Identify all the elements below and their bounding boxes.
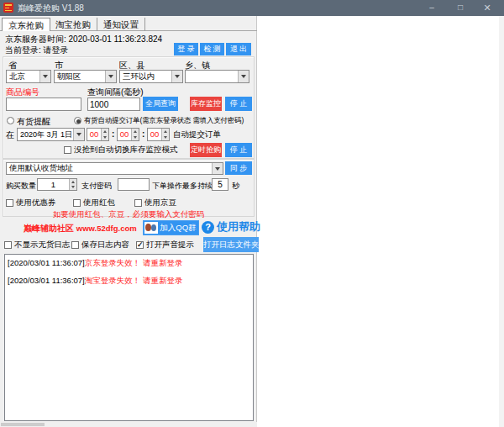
spin-down-icon[interactable] [102, 134, 108, 140]
help-link[interactable]: 使用帮助 [217, 219, 260, 235]
current-login-label: 当前登录: [5, 45, 41, 55]
title-bar: 巅峰爱抢购 V1.88 – □ ✕ [0, 0, 504, 16]
minute-stepper[interactable]: 00 [117, 128, 139, 141]
window-right-edge [499, 16, 504, 427]
schedule-at-label: 在 [6, 129, 14, 141]
server-time-line: 京东服务器时间: 2020-03-01 11:36:23.824 [5, 34, 162, 45]
checkbox-box [6, 199, 13, 207]
community-url: www.52dfg.com [76, 224, 137, 233]
community-link[interactable]: 巅峰辅助社区 www.52dfg.com [24, 223, 137, 235]
close-icon[interactable]: ✕ [477, 0, 497, 16]
empty-page-area [257, 16, 499, 427]
sku-label: 商品编号 [6, 87, 39, 98]
spin-down-icon[interactable] [70, 185, 76, 191]
password-label: 支付密码 [81, 181, 112, 192]
quantity-label: 购买数量 [6, 181, 36, 192]
second-stepper[interactable]: 00 [147, 128, 170, 141]
tab-jd-rush[interactable]: 京东抢购 [2, 18, 50, 31]
chevron-down-icon [105, 71, 116, 82]
checkbox-fallback-monitor[interactable]: 没抢到自动切换库存监控模式 [64, 145, 178, 156]
open-log-folder-button[interactable]: 打开日志文件夹 [203, 237, 259, 252]
login-button[interactable]: 登 录 [174, 43, 198, 55]
time-colon: : [112, 129, 114, 139]
checkbox-hide-empty-log[interactable]: 不显示无货日志 [4, 240, 71, 250]
radio-auto-submit[interactable]: 有货自动提交订单(需京东登录状态 需填入支付密码) [74, 116, 244, 126]
qq-icon [144, 222, 158, 234]
time-colon: : [142, 129, 144, 139]
town-select[interactable] [185, 70, 249, 83]
interval-label: 查询间隔(毫秒) [87, 87, 144, 98]
seconds-label: 秒 [232, 181, 239, 192]
checkbox-use-jingdou[interactable]: 使用京豆 [134, 198, 176, 208]
timed-rush-button[interactable]: 定时抢购 [190, 143, 222, 157]
app-icon [3, 3, 13, 13]
question-icon[interactable]: ? [202, 221, 214, 234]
spin-up-icon[interactable] [102, 129, 108, 134]
spin-down-icon[interactable] [162, 134, 169, 140]
checkbox-use-coupon[interactable]: 使用优惠券 [6, 198, 56, 208]
stop-query-button[interactable]: 停 止 [225, 97, 252, 111]
checkbox-box [136, 241, 144, 249]
stock-monitor-button[interactable]: 库存监控 [190, 97, 222, 111]
log-output[interactable]: [2020/03/01 11:36:07]京东登录失效！ 请重新登录 [2020… [4, 254, 254, 421]
checkbox-box [73, 199, 81, 207]
spin-up-icon[interactable] [132, 129, 139, 134]
global-query-button[interactable]: 全局查询 [143, 97, 178, 111]
spin-down-icon[interactable] [132, 134, 139, 140]
checkbox-box [4, 241, 12, 249]
tab-notify-settings[interactable]: 通知设置 [97, 18, 145, 31]
tab-taobao-rush[interactable]: 淘宝抢购 [50, 18, 97, 31]
date-select[interactable]: 2020年 3月 1日 [17, 128, 85, 141]
duration-label: 下单操作最多持续 [152, 181, 213, 192]
chevron-down-icon [39, 71, 50, 82]
maximize-icon[interactable]: □ [450, 0, 470, 16]
tab-bar: 京东抢购 淘宝抢购 通知设置 [0, 18, 257, 31]
minimize-icon[interactable]: – [422, 0, 442, 16]
city-select[interactable]: 朝阳区 [54, 70, 117, 83]
app-window: 巅峰爱抢购 V1.88 – □ ✕ 京东抢购 淘宝抢购 通知设置 京东服务器时间… [0, 0, 504, 427]
pay-password-input[interactable] [118, 178, 150, 191]
stop-timed-button[interactable]: 停 止 [225, 143, 252, 157]
checkbox-box [134, 199, 142, 207]
join-qq-button[interactable]: 加入QQ群 [143, 220, 199, 235]
scrollbar-thumb[interactable] [1, 423, 45, 426]
chevron-down-icon [73, 129, 84, 140]
sync-address-button[interactable]: 同 步 [225, 161, 252, 175]
log-entry: [2020/03/01 11:36:07]京东登录失效！ 请重新登录 [8, 258, 250, 268]
chevron-down-icon [171, 71, 182, 82]
checkbox-box [71, 241, 79, 249]
checkbox-sound-alert[interactable]: 打开声音提示 [136, 240, 194, 250]
checkbox-use-redpacket[interactable]: 使用红包 [73, 198, 115, 208]
check-button[interactable]: 检 测 [200, 43, 224, 55]
radio-circle [7, 117, 14, 124]
community-name: 巅峰辅助社区 [24, 224, 74, 233]
radio-stock-remind[interactable]: 有货提醒 [7, 116, 50, 128]
chevron-down-icon [212, 163, 223, 174]
checkbox-save-log[interactable]: 保存日志内容 [71, 240, 129, 250]
duration-input[interactable] [212, 178, 228, 191]
radio-circle [74, 117, 81, 124]
sku-input[interactable] [6, 98, 81, 111]
spin-up-icon[interactable] [162, 129, 169, 134]
district-select[interactable]: 三环以内 [119, 70, 183, 83]
current-login-line: 当前登录: 请登录 [5, 45, 69, 56]
hour-stepper[interactable]: 00 [87, 128, 109, 141]
log-entry: [2020/03/01 11:36:07]淘宝登录失效！ 请重新登录 [8, 276, 250, 286]
auto-submit-suffix-label: 自动提交订单 [173, 129, 221, 140]
chevron-down-icon [238, 71, 249, 82]
address-select[interactable]: 使用默认收货地址 [6, 162, 223, 175]
horizontal-scrollbar[interactable] [0, 422, 257, 427]
server-time-value: 2020-03-01 11:36:23.824 [69, 34, 163, 44]
quantity-stepper[interactable]: 1 [37, 178, 77, 191]
province-select[interactable]: 北京 [6, 70, 51, 83]
interval-input[interactable] [87, 98, 140, 111]
checkbox-box [64, 146, 71, 154]
exit-button[interactable]: 退 出 [226, 43, 251, 55]
current-login-value: 请登录 [44, 45, 69, 55]
server-time-label: 京东服务器时间: [5, 34, 66, 44]
window-title: 巅峰爱抢购 V1.88 [18, 0, 84, 16]
